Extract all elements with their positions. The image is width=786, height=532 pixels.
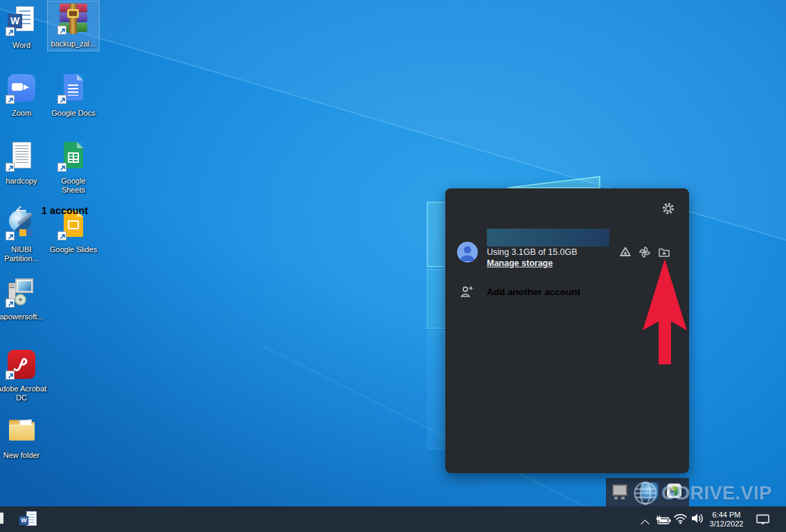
desktop-icon-adobe-acrobat[interactable]: Adobe Acrobat DC [0,346,47,405]
manage-storage-link[interactable]: Manage storage [487,258,553,268]
google-photos-icon[interactable] [638,246,651,258]
shortcut-arrow-icon [57,95,66,104]
shortcut-arrow-icon [57,26,66,35]
google-sheets-icon [57,140,89,173]
desktop-icon-backup-archive[interactable]: backup_zal... [48,1,99,51]
storage-usage-text: Using 3.1GB of 15.0GB [487,247,578,257]
globe-app-icon[interactable] [641,482,659,500]
desktop-icon-label: New folder [3,451,40,460]
back-arrow-icon[interactable] [14,204,28,218]
display-icon[interactable] [612,484,627,496]
shortcut-arrow-icon [57,231,66,240]
open-folder-icon[interactable] [658,246,670,258]
red-up-arrow-annotation [641,259,688,364]
zoom-app-icon [6,72,37,105]
desktop-icon-google-docs[interactable]: Google Docs [48,71,99,120]
start-button-fragment [0,513,3,524]
sync-app-icon[interactable] [667,484,681,498]
google-docs-icon [57,72,89,105]
redacted-email [487,229,609,247]
desktop-icon-label: Word [12,41,30,50]
desktop-icon-google-sheets[interactable]: Google Sheets [48,139,99,197]
panel-title: 1 account [42,205,88,216]
battery-icon[interactable] [655,513,672,525]
shortcut-arrow-icon [6,95,15,104]
desktop-icon-label: apowersoft... [0,312,43,321]
desktop-icon-apowersoft[interactable]: apowersoft... [0,274,47,323]
google-drive-icon[interactable] [619,246,632,258]
folder-icon [6,414,37,447]
desktop-icon-word[interactable]: W Word [0,3,47,52]
desktop-icon-label: NIUBI Partition... [0,245,47,263]
desktop-icon-label: Zoom [12,109,31,118]
winrar-archive-icon [57,3,89,36]
desktop-icon-new-folder[interactable]: New folder [0,413,47,462]
adobe-acrobat-icon [6,348,37,381]
desktop-icon-label: Google Docs [51,109,96,118]
word-taskbar-button[interactable]: W [19,511,37,528]
desktop-icon-label: backup_zal... [51,39,96,48]
shortcut-arrow-icon [57,163,66,172]
shortcut-arrow-icon [6,231,15,240]
desktop: W Word backup_zal... Zoom Google Docs [0,0,786,532]
shortcut-arrow-icon [6,163,15,172]
shortcut-arrow-icon [6,371,15,380]
text-document-icon [6,140,37,173]
wifi-icon[interactable] [673,513,688,524]
add-another-account-button[interactable]: Add another account [487,287,580,297]
desktop-icon-hardcopy[interactable]: hardcopy [0,139,47,188]
person-add-icon [460,285,474,299]
desktop-icon-label: Google Sheets [56,177,91,195]
desktop-icon-label: Adobe Acrobat DC [0,384,47,402]
word-icon: W [6,4,37,37]
shortcut-arrow-icon [6,27,15,36]
desktop-icon-label: hardcopy [6,177,37,186]
apowersoft-installer-icon [6,276,37,309]
taskbar-clock[interactable]: 6:44 PM 3/12/2022 [701,511,752,529]
clock-date: 3/12/2022 [701,520,752,529]
clock-time: 6:44 PM [701,511,752,520]
desktop-icon-label: Google Slides [50,245,98,254]
shortcut-arrow-icon [6,299,15,308]
tray-overflow-flyout [606,478,689,506]
desktop-icon-zoom[interactable]: Zoom [0,71,47,120]
account-avatar [457,242,478,263]
action-center-icon[interactable] [756,513,771,526]
settings-gear-icon[interactable] [661,202,675,215]
